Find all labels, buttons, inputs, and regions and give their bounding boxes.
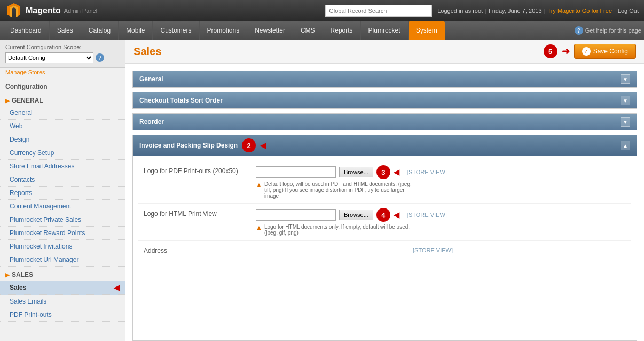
nav-help[interactable]: ? Get help for this page [575, 21, 641, 40]
header-right: Logged in as root | Friday, June 7, 2013… [437, 7, 639, 14]
arrow-4: ◀ [394, 211, 399, 219]
section-invoice: Invoice and Packing Slip Design 2 ◀ ▲ Lo… [132, 135, 637, 341]
store-view-badge-pdf: [STORE VIEW] [407, 169, 447, 175]
logo-pdf-field-row: Browse... 3 ◀ [STORE VIEW] [256, 165, 631, 179]
section-general: General ▼ [132, 71, 637, 88]
content-header: Sales 5 ➜ ✓ Save Config [125, 40, 644, 64]
logo-html-field: Browse... 4 ◀ [STORE VIEW] ▲ Logo for HT… [256, 208, 631, 236]
scope-select-wrap: Default Config ? [5, 52, 120, 63]
config-content: General ▼ Checkout Totals Sort Order ▼ R… [125, 64, 644, 341]
logo-html-hint: ▲ Logo for HTML documents only. If empty… [256, 224, 416, 236]
logo-html-browse-button[interactable]: Browse... [339, 210, 373, 220]
sidebar-item-reports[interactable]: Reports [0, 187, 125, 200]
section-general-toggle[interactable]: ▼ [621, 74, 630, 84]
log-out-link[interactable]: Log Out [618, 7, 639, 14]
section-reorder-toggle[interactable]: ▼ [621, 117, 630, 127]
section-invoice-header[interactable]: Invoice and Packing Slip Design 2 ◀ ▲ [133, 135, 637, 156]
section-reorder-header[interactable]: Reorder ▼ [133, 114, 637, 130]
logo-pdf-label: Logo for PDF Print-outs (200x50) [138, 165, 256, 175]
sidebar-item-store-email[interactable]: Store Email Addresses [0, 160, 125, 173]
scope-select[interactable]: Default Config [5, 52, 93, 63]
main-layout: Current Configuration Scope: Default Con… [0, 40, 644, 341]
sidebar-item-general[interactable]: General [0, 106, 125, 120]
logo-pdf-hint: ▲ Default logo, will be used in PDF and … [256, 181, 416, 199]
sidebar-item-sales-label: Sales [10, 284, 26, 291]
section-invoice-toggle[interactable]: ▲ [621, 141, 630, 150]
logo-area: Magento Admin Panel [5, 2, 320, 19]
page-title: Sales [133, 45, 161, 58]
step-badge-3: 3 [376, 165, 390, 179]
form-row-logo-pdf: Logo for PDF Print-outs (200x50) Browse.… [138, 161, 631, 204]
sidebar-item-plumrocket-private[interactable]: Plumrocket Private Sales [0, 213, 125, 227]
manage-stores-link[interactable]: Manage Stores [0, 68, 125, 79]
section-reorder: Reorder ▼ [132, 113, 637, 130]
header: Magento Admin Panel Logged in as root | … [0, 0, 644, 21]
magento-logo-icon [5, 2, 22, 19]
section-general-title: General [139, 75, 163, 83]
sales-arrow-indicator: ◀ [114, 283, 120, 292]
sidebar-item-sales[interactable]: Sales ◀ [0, 281, 125, 295]
section-checkout-toggle[interactable]: ▼ [621, 96, 630, 105]
arrow-2: ◀ [260, 141, 266, 150]
sidebar-item-sales-emails[interactable]: Sales Emails [0, 295, 125, 308]
try-magento-link[interactable]: Try Magento Go for Free [547, 7, 612, 14]
section-general-arrow: ▶ [5, 98, 10, 104]
header-actions: 5 ➜ ✓ Save Config [544, 44, 636, 59]
section-checkout: Checkout Totals Sort Order ▼ [132, 92, 637, 109]
sidebar-item-web[interactable]: Web [0, 120, 125, 133]
arrow-to-save: ➜ [562, 45, 570, 57]
nav-newsletter[interactable]: Newsletter [247, 21, 293, 40]
logo-html-hint-text: Logo for HTML documents only. If empty, … [264, 224, 416, 236]
nav-cms[interactable]: CMS [293, 21, 323, 40]
section-checkout-header[interactable]: Checkout Totals Sort Order ▼ [133, 92, 637, 108]
sidebar-item-contacts[interactable]: Contacts [0, 173, 125, 187]
nav-mobile[interactable]: Mobile [119, 21, 153, 40]
sidebar-item-plumrocket-invitations[interactable]: Plumrocket Invitations [0, 240, 125, 253]
logo-pdf-field: Browse... 3 ◀ [STORE VIEW] ▲ Default log… [256, 165, 631, 199]
logo-html-input[interactable] [256, 209, 336, 221]
sidebar: Current Configuration Scope: Default Con… [0, 40, 125, 341]
section-sales-arrow: ▶ [5, 272, 10, 278]
logo-pdf-hint-text: Default logo, will be used in PDF and HT… [264, 181, 416, 199]
address-label: Address [138, 245, 256, 254]
sidebar-item-plumrocket-url[interactable]: Plumrocket Url Manager [0, 253, 125, 267]
save-config-label: Save Config [593, 48, 628, 55]
nav-system[interactable]: System [409, 21, 445, 40]
form-row-address: Address [STORE VIEW] [138, 241, 631, 335]
sidebar-item-content-mgmt[interactable]: Content Management [0, 200, 125, 213]
sidebar-item-pdf-printouts[interactable]: PDF Print-outs [0, 308, 125, 322]
hint-icon-html: ▲ [256, 224, 262, 231]
nav-dashboard[interactable]: Dashboard [3, 21, 50, 40]
section-sales-label: ▶ SALES [0, 267, 125, 281]
scope-info-icon[interactable]: ? [96, 53, 104, 62]
nav-plumrocket[interactable]: Plumrocket [361, 21, 409, 40]
store-view-badge-html: [STORE VIEW] [407, 212, 447, 218]
hint-icon-pdf: ▲ [256, 181, 262, 189]
sidebar-item-currency-setup[interactable]: Currency Setup [0, 146, 125, 160]
section-invoice-title: Invoice and Packing Slip Design [139, 142, 238, 149]
svg-marker-1 [10, 5, 18, 17]
config-label: Configuration [0, 79, 125, 92]
section-checkout-title: Checkout Totals Sort Order [139, 97, 223, 104]
nav-catalog[interactable]: Catalog [81, 21, 119, 40]
nav-promotions[interactable]: Promotions [200, 21, 248, 40]
logo-html-field-row: Browse... 4 ◀ [STORE VIEW] [256, 208, 631, 222]
logo-pdf-browse-button[interactable]: Browse... [339, 167, 373, 177]
logo-pdf-input[interactable] [256, 166, 336, 178]
step-badge-5: 5 [544, 44, 557, 58]
sidebar-item-design[interactable]: Design [0, 133, 125, 146]
sidebar-scope: Current Configuration Scope: Default Con… [0, 40, 125, 68]
address-textarea[interactable] [256, 245, 405, 330]
logo-sub: Admin Panel [64, 7, 97, 14]
section-invoice-content: Logo for PDF Print-outs (200x50) Browse.… [133, 156, 637, 340]
nav-reports[interactable]: Reports [323, 21, 361, 40]
logged-in-text: Logged in as root [437, 7, 483, 14]
save-config-button[interactable]: ✓ Save Config [574, 44, 636, 59]
nav-customers[interactable]: Customers [153, 21, 199, 40]
global-search-input[interactable] [325, 5, 432, 17]
sidebar-item-plumrocket-reward[interactable]: Plumrocket Reward Points [0, 227, 125, 240]
section-general-label: ▶ GENERAL [0, 92, 125, 106]
section-general-header[interactable]: General ▼ [133, 71, 637, 87]
nav-sales[interactable]: Sales [50, 21, 81, 40]
form-row-logo-html: Logo for HTML Print View Browse... 4 ◀ [… [138, 204, 631, 241]
